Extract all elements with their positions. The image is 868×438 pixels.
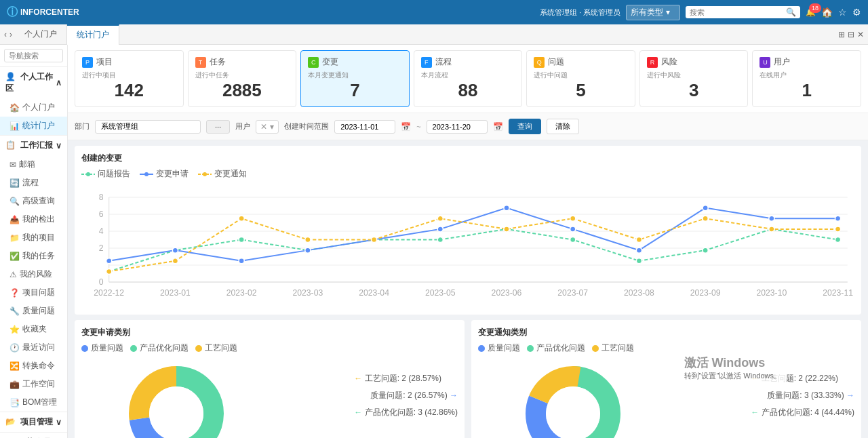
stat-card-issue-sub: 进行中问题 bbox=[534, 71, 628, 80]
main-chart-legend: 问题报告 变更申请 变更通知 bbox=[81, 168, 854, 180]
tab-action-expand[interactable]: ⊞ bbox=[838, 30, 845, 39]
date-to-input[interactable] bbox=[427, 120, 488, 134]
sidebar-item-email[interactable]: ✉邮箱 bbox=[0, 155, 67, 174]
svg-text:2023-02: 2023-02 bbox=[226, 288, 257, 298]
sidebar-section-project-mgmt-header[interactable]: 📂 项目管理 ∨ bbox=[0, 412, 67, 432]
sidebar-item-recent[interactable]: 🕐最近访问 bbox=[0, 338, 67, 357]
svg-text:2023-10: 2023-10 bbox=[756, 288, 787, 298]
sidebar-section-work-header[interactable]: 📋 工作汇报 ∨ bbox=[0, 136, 67, 155]
svg-point-49 bbox=[504, 205, 509, 211]
svg-text:4: 4 bbox=[99, 226, 104, 236]
svg-point-3 bbox=[144, 172, 149, 176]
query-button[interactable]: 查询 bbox=[509, 119, 541, 134]
task-icon: T bbox=[195, 57, 206, 68]
search-input[interactable] bbox=[690, 8, 783, 16]
date-calendar-from[interactable]: 📅 bbox=[401, 122, 411, 132]
pie-left-svg bbox=[122, 359, 231, 438]
search-box[interactable]: 🔍 bbox=[686, 6, 800, 18]
stat-card-change-sub: 本月变更通知 bbox=[308, 71, 402, 80]
svg-point-74 bbox=[478, 345, 485, 352]
sidebar-item-convert[interactable]: 🔀转换命令 bbox=[0, 357, 67, 375]
stat-card-task: T 任务 进行中任务 2885 bbox=[188, 50, 297, 107]
date-from-input[interactable] bbox=[334, 120, 395, 134]
stat-card-project-value: 142 bbox=[82, 80, 176, 101]
svg-text:2: 2 bbox=[99, 243, 104, 253]
type-select[interactable]: 所有类型 ▾ bbox=[626, 5, 680, 20]
tab-action-close[interactable]: ✕ bbox=[857, 30, 864, 39]
svg-text:2023-05: 2023-05 bbox=[425, 288, 456, 298]
home-icon[interactable]: 🏠 bbox=[821, 7, 833, 18]
stat-card-project-header: P 项目 bbox=[82, 56, 176, 68]
tab-stats-portal[interactable]: 统计门户 bbox=[67, 24, 119, 45]
stat-card-user-value: 1 bbox=[760, 80, 854, 101]
pie-right-label-process: ← 工艺问题: 2 (22.22%) bbox=[751, 373, 854, 384]
legend-change-request: 变更申请 bbox=[140, 168, 189, 180]
tab-actions: ⊞ ⊟ ✕ bbox=[838, 30, 864, 39]
pie-left-legend-process: 工艺问题 bbox=[195, 342, 237, 354]
sidebar-section-workspace-header[interactable]: 👤 个人工作区 ∧ bbox=[0, 67, 67, 98]
user-tag-clear[interactable]: ✕ bbox=[259, 122, 269, 132]
pie-right-label-quality: 质量问题: 3 (33.33%) → bbox=[751, 390, 854, 401]
settings-icon[interactable]: ⚙ bbox=[852, 7, 861, 18]
sidebar-item-workspace[interactable]: 💼工作空间 bbox=[0, 375, 67, 393]
svg-text:2023-11: 2023-11 bbox=[823, 288, 853, 298]
date-calendar-to[interactable]: 📅 bbox=[493, 122, 503, 132]
sidebar-item-project-issue[interactable]: ❓项目问题 bbox=[0, 283, 67, 302]
main-chart-svg: 8 6 4 2 0 2022-12 2023-01 2023-02 2023-0… bbox=[81, 184, 854, 306]
stat-card-risk-header: R 风险 bbox=[647, 56, 741, 68]
tab-nav-forward[interactable]: › bbox=[9, 30, 12, 39]
user-tag-dropdown[interactable]: ▾ bbox=[269, 122, 275, 132]
clear-button[interactable]: 清除 bbox=[547, 119, 579, 134]
risk-icon: R bbox=[647, 57, 658, 68]
pie-section-left: 变更申请类别 质量问题 产品优化问题 工艺问题 bbox=[75, 320, 465, 438]
change-icon: C bbox=[308, 57, 319, 68]
content-area: P 项目 进行中项目 142 T 任务 进行中任务 2885 C 变更 bbox=[68, 45, 868, 438]
stat-card-flow-header: F 流程 bbox=[421, 56, 515, 68]
stat-card-flow-sub: 本月流程 bbox=[421, 71, 515, 80]
svg-text:2023-01: 2023-01 bbox=[160, 288, 191, 298]
pie-left-legend: 质量问题 产品优化问题 工艺问题 bbox=[81, 342, 458, 354]
stat-card-risk: R 风险 进行中风险 3 bbox=[639, 50, 749, 107]
stat-card-flow: F 流程 本月流程 88 bbox=[414, 50, 523, 107]
stat-card-change-value: 7 bbox=[308, 80, 402, 101]
svg-point-69 bbox=[195, 345, 202, 352]
sidebar-item-personal-portal[interactable]: 🏠 个人门户 bbox=[0, 98, 67, 117]
tab-action-restore[interactable]: ⊟ bbox=[848, 30, 854, 39]
pie-right-chart-area: ← 工艺问题: 2 (22.22%) 质量问题: 3 (33.33%) → ← … bbox=[478, 359, 854, 438]
search-icon[interactable]: 🔍 bbox=[786, 7, 796, 17]
svg-point-64 bbox=[703, 216, 708, 221]
right-bar: 系统管理组 · 系统管理员 所有类型 ▾ 🔍 🔔 18 🏠 ☆ ⚙ bbox=[540, 5, 861, 20]
stat-card-change-header: C 变更 bbox=[308, 56, 402, 68]
sidebar-item-quality-issue[interactable]: 🔧质量问题 bbox=[0, 302, 67, 320]
user-label: 用户 bbox=[235, 121, 250, 132]
sidebar-item-bom[interactable]: 📑BOM管理 bbox=[0, 393, 67, 412]
svg-point-44 bbox=[172, 247, 178, 253]
chevron-down-icon2: ∨ bbox=[56, 418, 62, 427]
sidebar-item-my-risk[interactable]: ⚠我的风险 bbox=[0, 265, 67, 283]
sidebar-item-my-task[interactable]: ✅我的任务 bbox=[0, 247, 67, 265]
user-tag-input[interactable]: ✕ ▾ bbox=[256, 120, 279, 134]
stat-card-issue: Q 问题 进行中问题 5 bbox=[526, 50, 635, 107]
tab-nav-back[interactable]: ‹ bbox=[4, 30, 7, 39]
svg-point-33 bbox=[239, 237, 244, 243]
svg-point-62 bbox=[570, 216, 576, 221]
notification-bell[interactable]: 🔔 18 bbox=[806, 7, 816, 17]
stat-card-user-sub: 在线用户 bbox=[760, 71, 854, 80]
sidebar-section-process-mgmt-header[interactable]: ⚙ 工艺管理 ∨ bbox=[0, 433, 67, 438]
sidebar-item-advanced-query[interactable]: 🔍高级查询 bbox=[0, 192, 67, 210]
sidebar-item-my-checkout[interactable]: 📤我的检出 bbox=[0, 210, 67, 228]
dept-more-btn[interactable]: ··· bbox=[206, 120, 230, 134]
user-input-group: ✕ ▾ bbox=[256, 120, 279, 134]
stat-card-risk-sub: 进行中风险 bbox=[647, 71, 741, 80]
dept-input[interactable] bbox=[95, 120, 201, 134]
tab-bar: ‹ › 个人门户 统计门户 ⊞ ⊟ ✕ bbox=[0, 24, 868, 45]
logo-icon: ⓘ bbox=[7, 5, 18, 20]
top-header: ⓘ INFORCENTER 系统管理组 · 系统管理员 所有类型 ▾ 🔍 🔔 1… bbox=[0, 0, 868, 24]
sidebar-item-my-project[interactable]: 📁我的项目 bbox=[0, 228, 67, 247]
sidebar-item-stats-portal[interactable]: 📊 统计门户 bbox=[0, 117, 67, 135]
tab-personal-portal[interactable]: 个人门户 bbox=[15, 24, 67, 45]
star-icon[interactable]: ☆ bbox=[838, 7, 847, 18]
sidebar-item-favorites[interactable]: ⭐收藏夹 bbox=[0, 320, 67, 338]
sidebar-search-input[interactable] bbox=[4, 49, 63, 62]
sidebar-item-process[interactable]: 🔄流程 bbox=[0, 174, 67, 192]
